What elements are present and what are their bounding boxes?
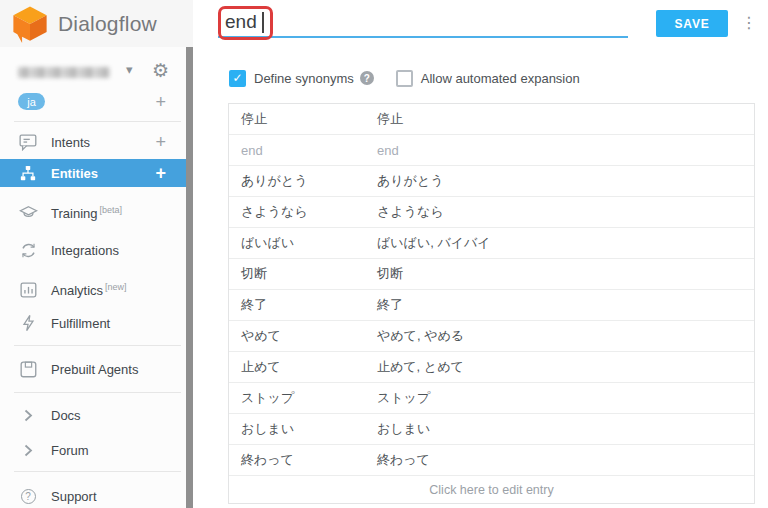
entry-value-cell[interactable]: ありがとう [229, 172, 369, 190]
entry-value-cell[interactable]: 停止 [229, 110, 369, 128]
training-label: Training [51, 206, 97, 221]
entry-synonyms-cell[interactable]: 停止 [369, 110, 754, 128]
help-icon[interactable]: ? [360, 71, 374, 85]
entry-value-cell[interactable]: おしまい [229, 420, 369, 438]
table-row: end end [229, 135, 754, 166]
entry-synonyms-cell[interactable]: やめて, やめる [369, 327, 754, 345]
sidebar-item-entities[interactable]: Entities + [0, 159, 186, 187]
entry-value-cell[interactable]: やめて [229, 327, 369, 345]
chevron-right-icon [18, 409, 38, 422]
agent-name-redacted [18, 67, 110, 78]
chevron-down-icon[interactable]: ▾ [126, 62, 133, 77]
entry-value-cell[interactable]: さようなら [229, 203, 369, 221]
entry-synonyms-cell[interactable]: ばいばい, バイバイ [369, 234, 754, 252]
help-circle-icon: ? [18, 489, 38, 504]
allow-automated-expansion-checkbox[interactable] [396, 70, 413, 87]
dialogflow-logo-icon [11, 4, 49, 44]
language-row: ja + [0, 88, 186, 116]
sidebar-item-intents[interactable]: Intents + [0, 128, 186, 156]
agent-selector[interactable]: ▾ ⚙ [0, 58, 186, 86]
question-mark-glyph: ? [21, 489, 36, 504]
table-row: 停止 停止 [229, 104, 754, 135]
sidebar-item-label: Integrations [51, 243, 119, 258]
sitemap-icon [18, 165, 38, 182]
sidebar-item-label: Training[beta] [51, 205, 122, 221]
sidebar-item-label: Analytics[new] [51, 282, 127, 298]
table-row: やめて やめて, やめる [229, 321, 754, 352]
graduation-cap-icon [18, 205, 38, 221]
sidebar-item-fulfillment[interactable]: Fulfillment [0, 309, 186, 337]
add-language-button[interactable]: + [155, 93, 166, 111]
sidebar-item-label: Forum [51, 443, 89, 458]
sidebar-scrollbar-thumb[interactable] [186, 47, 193, 508]
define-synonyms-checkbox[interactable]: ✓ [229, 70, 246, 87]
sidebar-item-training[interactable]: Training[beta] [0, 199, 186, 227]
allow-automated-expansion-label: Allow automated expansion [421, 71, 580, 86]
entity-name-value: end [225, 11, 257, 33]
sidebar-item-prebuilt-agents[interactable]: Prebuilt Agents [0, 355, 186, 383]
sidebar: ▾ ⚙ ja + Intents + [0, 47, 193, 508]
entry-synonyms-cell[interactable]: end [369, 143, 754, 158]
entity-name-input[interactable]: end [218, 8, 628, 38]
sidebar-item-label: Fulfillment [51, 316, 110, 331]
top-bar: Dialogflow end SAVE ⋮ [0, 0, 768, 47]
prebuilt-agents-icon [18, 361, 38, 378]
brand: Dialogflow [0, 0, 193, 47]
gear-icon[interactable]: ⚙ [152, 59, 169, 82]
entry-value-cell[interactable]: end [229, 143, 369, 158]
table-row: ばいばい ばいばい, バイバイ [229, 228, 754, 259]
sidebar-item-label: Docs [51, 408, 81, 423]
new-badge: [new] [105, 282, 127, 292]
entity-entries-table: 停止 停止 end end ありがとう ありがとう さようなら さようなら ばい… [228, 103, 755, 504]
table-row: ありがとう ありがとう [229, 166, 754, 197]
entry-value-cell[interactable]: 止めて [229, 358, 369, 376]
entry-synonyms-cell[interactable]: 終了 [369, 296, 754, 314]
dialogflow-app: Dialogflow end SAVE ⋮ ▾ ⚙ ja + [0, 0, 768, 508]
table-row: 切断 切断 [229, 259, 754, 290]
brand-name: Dialogflow [58, 12, 157, 36]
entry-synonyms-cell[interactable]: ありがとう [369, 172, 754, 190]
add-entry-row[interactable]: Click here to edit entry [229, 476, 754, 503]
table-row: さようなら さようなら [229, 197, 754, 228]
analytics-label: Analytics [51, 283, 103, 298]
sidebar-item-docs[interactable]: Docs [0, 401, 186, 429]
entry-value-cell[interactable]: ばいばい [229, 234, 369, 252]
entry-synonyms-cell[interactable]: ストップ [369, 389, 754, 407]
entry-value-cell[interactable]: 終わって [229, 451, 369, 469]
entry-synonyms-cell[interactable]: おしまい [369, 420, 754, 438]
sidebar-item-support[interactable]: ? Support [0, 482, 186, 508]
table-row: ストップ ストップ [229, 383, 754, 414]
table-row: 終わって 終わって [229, 445, 754, 476]
entry-value-cell[interactable]: 終了 [229, 296, 369, 314]
sidebar-item-label: Entities [51, 166, 98, 181]
divider [14, 345, 181, 346]
sidebar-item-analytics[interactable]: Analytics[new] [0, 276, 186, 304]
divider [14, 471, 181, 472]
sidebar-item-integrations[interactable]: Integrations [0, 236, 186, 264]
entry-synonyms-cell[interactable]: 終わって [369, 451, 754, 469]
language-tab-ja[interactable]: ja [18, 93, 45, 110]
table-row: 止めて 止めて, とめて [229, 352, 754, 383]
sidebar-scrollbar-track[interactable] [186, 47, 193, 508]
entry-synonyms-cell[interactable]: 止めて, とめて [369, 358, 754, 376]
divider [14, 121, 181, 122]
speech-bubble-icon [18, 134, 38, 151]
sidebar-item-label: Support [51, 489, 97, 504]
chevron-right-icon [18, 444, 38, 457]
save-button[interactable]: SAVE [656, 10, 728, 37]
entity-editor: ✓ Define synonyms ? Allow automated expa… [193, 47, 768, 508]
sidebar-item-label: Intents [51, 135, 90, 150]
beta-badge: [beta] [99, 205, 122, 215]
text-cursor [262, 12, 264, 33]
more-options-icon[interactable]: ⋮ [741, 12, 757, 34]
sidebar-item-forum[interactable]: Forum [0, 436, 186, 464]
bar-chart-icon [18, 282, 38, 298]
add-intent-button[interactable]: + [155, 133, 166, 151]
entry-value-cell[interactable]: ストップ [229, 389, 369, 407]
entry-synonyms-cell[interactable]: さようなら [369, 203, 754, 221]
entry-value-cell[interactable]: 切断 [229, 265, 369, 283]
add-entity-button[interactable]: + [155, 164, 166, 182]
check-icon: ✓ [232, 71, 242, 85]
entry-synonyms-cell[interactable]: 切断 [369, 265, 754, 283]
table-row: おしまい おしまい [229, 414, 754, 445]
